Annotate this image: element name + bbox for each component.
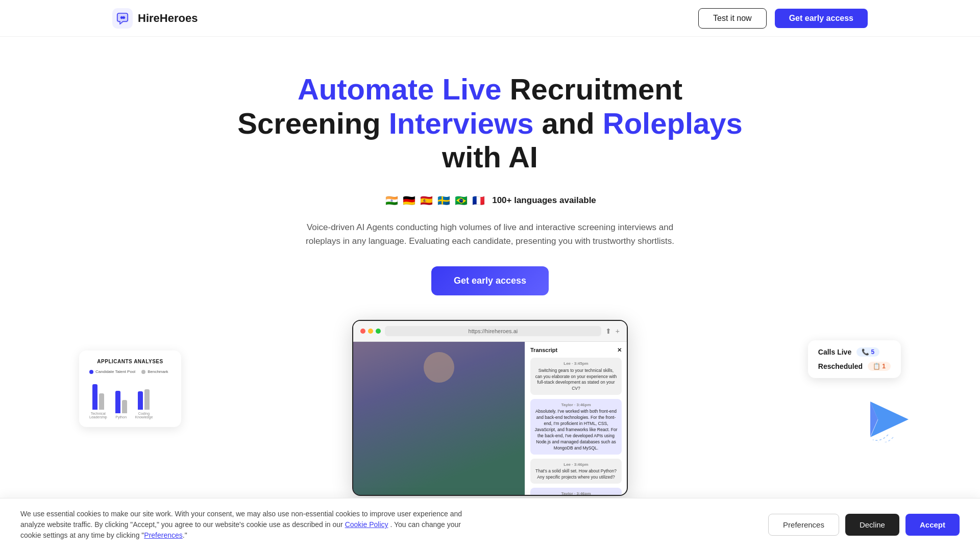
transcript-header: Transcript ✕: [530, 347, 622, 354]
dot-yellow: [368, 329, 373, 334]
rescheduled-count: 1: [882, 363, 886, 370]
calls-live-label: Calls Live: [818, 348, 851, 356]
bar-bench-coding: [144, 389, 150, 410]
flag-germany: 🇩🇪: [401, 193, 416, 208]
calls-live-item: Calls Live 📞 5: [818, 347, 891, 357]
hero-title-recruitment: Recruitment: [502, 72, 683, 106]
logo-icon: [112, 8, 133, 29]
chat-sender-taylor-1: Taylor · 3:46pm: [534, 402, 618, 408]
bar-bench-python: [122, 400, 127, 413]
cookie-text-end: .": [183, 531, 187, 539]
hero-title-screening: Screening: [237, 107, 389, 140]
paper-plane-icon: [865, 396, 911, 442]
bar-talent-coding: [138, 391, 143, 410]
chart-group-tech: TechnicalLeadership: [89, 379, 107, 419]
flag-sweden: 🇸🇪: [436, 193, 451, 208]
preferences-link[interactable]: Preferences: [144, 531, 182, 539]
header: HireHeroes Test it now Get early access: [0, 0, 980, 37]
cookie-actions: Preferences Decline Accept: [768, 514, 960, 536]
calls-live-icon: 📞: [862, 348, 869, 356]
rescheduled-item: Rescheduled 📋 1: [818, 362, 891, 371]
accept-button[interactable]: Accept: [905, 514, 960, 536]
chart-bars-coding: [138, 379, 150, 410]
paper-plane-container: [865, 396, 911, 444]
legend-talent: Candidate Talent Pool: [89, 369, 135, 374]
chat-bubble-taylor-1: Taylor · 3:46pm Absolutely. I've worked …: [530, 399, 622, 454]
cookie-text: We use essential cookies to make our sit…: [20, 509, 480, 541]
hero-title-interviews: Interviews: [389, 107, 534, 140]
transcript-close-icon[interactable]: ✕: [617, 347, 622, 354]
legend-bench-label: Benchmark: [148, 369, 168, 374]
analysis-title: APPLICANTS ANALYSES: [89, 359, 171, 364]
decline-button[interactable]: Decline: [845, 514, 899, 536]
browser-bar: https://hireheroes.ai ⬆ +: [353, 321, 627, 342]
analysis-legend: Candidate Talent Pool Benchmark: [89, 369, 171, 374]
flag-france: 🇫🇷: [471, 193, 486, 208]
header-actions: Test it now Get early access: [698, 8, 868, 29]
languages-row: 🇮🇳 🇩🇪 🇪🇸 🇸🇪 🇧🇷 🇫🇷 100+ languages availab…: [384, 193, 596, 208]
video-placeholder: Transcript ✕ Lee · 3:45pm Switching gear…: [353, 342, 627, 495]
legend-dot-talent: [89, 370, 93, 374]
calls-live-count: 5: [871, 348, 875, 356]
hero-title: Automate Live Recruitment Screening Inte…: [237, 72, 743, 174]
chat-sender-taylor-2: Taylor · 3:46pm: [534, 491, 618, 495]
flag-icons: 🇮🇳 🇩🇪 🇪🇸 🇸🇪 🇧🇷 🇫🇷: [384, 193, 486, 208]
cookie-policy-link[interactable]: Cookie Policy: [345, 520, 388, 529]
hero-title-roleplays: Roleplays: [603, 107, 743, 140]
dot-green: [376, 329, 381, 334]
rescheduled-icon: 📋: [873, 363, 880, 370]
rescheduled-label: Rescheduled: [818, 362, 863, 370]
legend-bench: Benchmark: [141, 369, 168, 374]
chat-text-lee-1: Switching gears to your technical skills…: [535, 368, 617, 391]
chart-bars-tech: [92, 379, 104, 410]
chart-area: TechnicalLeadership Python Cod: [89, 378, 171, 419]
hero-title-automate-live: Automate Live: [298, 72, 502, 106]
analysis-card: APPLICANTS ANALYSES Candidate Talent Poo…: [79, 350, 181, 427]
browser-url: https://hireheroes.ai: [385, 326, 601, 336]
hero-title-with-ai: with AI: [442, 140, 538, 173]
flag-india: 🇮🇳: [384, 193, 399, 208]
video-person: [353, 342, 525, 495]
dot-red: [360, 329, 365, 334]
legend-talent-label: Candidate Talent Pool: [95, 369, 135, 374]
bar-bench-tech: [99, 393, 104, 410]
transcript-title-text: Transcript: [530, 347, 557, 354]
chart-bars-python: [115, 383, 127, 413]
plus-icon: +: [616, 327, 620, 335]
bar-talent-tech: [92, 384, 97, 410]
chat-sender-lee-1: Lee · 3:45pm: [534, 361, 618, 366]
rescheduled-badge: 📋 1: [868, 362, 891, 371]
legend-dot-bench: [141, 370, 145, 374]
get-early-access-hero-button[interactable]: Get early access: [431, 266, 549, 295]
chart-label-tech: TechnicalLeadership: [89, 412, 107, 419]
person-head: [424, 352, 454, 383]
chart-label-python: Python: [115, 415, 127, 419]
side-card-right: Calls Live 📞 5 Rescheduled 📋 1: [808, 340, 901, 378]
browser-icons: ⬆ +: [605, 327, 620, 335]
demo-area: APPLICANTS ANALYSES Candidate Talent Poo…: [0, 320, 980, 496]
languages-text: 100+ languages available: [492, 195, 596, 206]
logo-text: HireHeroes: [138, 12, 198, 25]
chat-sender-lee-2: Lee · 3:46pm: [534, 462, 618, 467]
test-it-now-button[interactable]: Test it now: [698, 8, 767, 29]
share-icon: ⬆: [605, 327, 611, 335]
chat-bubble-taylor-2: Taylor · 3:46pm Yes, I used Python exten…: [530, 488, 622, 495]
chart-label-coding: CodingKnowledge: [135, 412, 153, 419]
hero-section: Automate Live Recruitment Screening Inte…: [0, 37, 980, 496]
chat-text-lee-2: That's a solid skill set. How about Pyth…: [535, 468, 617, 480]
chat-bubble-lee-1: Lee · 3:45pm Switching gears to your tec…: [530, 358, 622, 395]
chat-bubble-lee-2: Lee · 3:46pm That's a solid skill set. H…: [530, 459, 622, 484]
cookie-banner: We use essential cookies to make our sit…: [0, 498, 980, 551]
chart-group-python: Python: [115, 383, 127, 419]
flag-spain: 🇪🇸: [419, 193, 434, 208]
transcript-panel: Transcript ✕ Lee · 3:45pm Switching gear…: [525, 342, 627, 495]
bar-talent-python: [115, 391, 120, 413]
chart-group-coding: CodingKnowledge: [135, 379, 153, 419]
browser-dots: [360, 329, 381, 334]
calls-live-badge: 📞 5: [856, 347, 879, 357]
browser-mock: https://hireheroes.ai ⬆ +: [352, 320, 628, 496]
flag-brazil: 🇧🇷: [453, 193, 469, 208]
hero-subtitle: Voice-driven AI Agents conducting high v…: [301, 220, 679, 248]
preferences-button[interactable]: Preferences: [768, 514, 839, 536]
get-early-access-header-button[interactable]: Get early access: [775, 9, 868, 28]
